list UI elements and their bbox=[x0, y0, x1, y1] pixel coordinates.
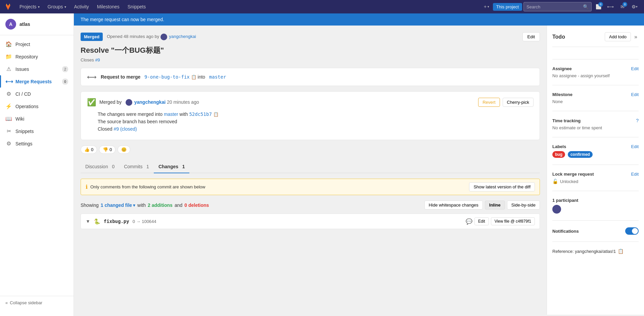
participants-label: 1 participant bbox=[552, 198, 578, 203]
sidebar-item-merge-requests[interactable]: ⟷ Merge Requests 0 bbox=[0, 75, 74, 88]
inline-view-button[interactable]: Inline bbox=[485, 200, 505, 210]
copy-commit-icon[interactable]: 📋 bbox=[213, 112, 219, 117]
nav-milestones[interactable]: Milestones bbox=[94, 0, 123, 13]
closes-issue-link[interactable]: #9 bbox=[95, 57, 100, 62]
sidebar-item-project[interactable]: 🏠 Project bbox=[0, 38, 74, 50]
tab-changes[interactable]: Changes 1 bbox=[154, 161, 190, 173]
thumbs-down-button[interactable]: 👎 0 bbox=[99, 145, 116, 154]
sidebar-user-avatar[interactable]: A atlas bbox=[0, 13, 74, 35]
add-reaction-button[interactable]: 😊 bbox=[118, 145, 130, 154]
mr-edit-button[interactable]: Edit bbox=[522, 32, 540, 41]
mail-icon-button[interactable]: ✉ 8 bbox=[617, 1, 628, 12]
thumbs-up-icon: 👍 bbox=[84, 147, 90, 152]
add-todo-button[interactable]: Add todo bbox=[605, 32, 631, 41]
expand-panel-button[interactable]: » bbox=[633, 34, 639, 40]
sidebar: A atlas 🏠 Project 📁 Repository ⚠ Issues … bbox=[0, 13, 74, 316]
assignee-edit-button[interactable]: Edit bbox=[631, 66, 639, 71]
merged-by-text: Merged by yangchengkai 20 minutes ago bbox=[99, 99, 199, 106]
plus-menu-button[interactable]: ＋ ▾ bbox=[481, 1, 492, 12]
sidebar-item-cicd[interactable]: ⚙ CI / CD bbox=[0, 88, 74, 100]
time-tracking-help-icon[interactable]: ? bbox=[636, 118, 639, 123]
commit-hash-link[interactable]: 52dc51b7 bbox=[189, 111, 212, 117]
author-avatar bbox=[160, 34, 167, 40]
source-branch-link[interactable]: 9-one-bug-to-fix bbox=[144, 74, 190, 80]
participant-avatar bbox=[552, 205, 561, 214]
check-circle-icon: ✅ bbox=[87, 98, 96, 107]
sidebar-username: atlas bbox=[19, 21, 30, 27]
settings-icon-button[interactable]: ⚙ ▾ bbox=[629, 1, 640, 12]
time-tracking-value: No estimate or time spent bbox=[552, 125, 639, 130]
sidebar-item-issues[interactable]: ⚠ Issues 2 bbox=[0, 63, 74, 75]
closed-issue-text: Closed #9 (closed) bbox=[98, 126, 534, 132]
revert-button[interactable]: Revert bbox=[478, 98, 500, 107]
wiki-icon: 📖 bbox=[5, 116, 12, 122]
notifications-row: Notifications bbox=[552, 227, 639, 235]
copy-branch-icon[interactable]: 📋 bbox=[191, 75, 196, 80]
todo-row: Todo Add todo » bbox=[552, 32, 639, 47]
nav-right-icons: ＋ ▾ This project 🔍 ⬜ 8 ⟷ ✉ 8 ⚙ ▾ bbox=[481, 1, 640, 12]
sidebar-item-label: Operations bbox=[15, 104, 38, 109]
file-dropdown[interactable]: 1 changed file ▾ bbox=[101, 202, 135, 208]
hide-whitespace-button[interactable]: Hide whitespace changes bbox=[424, 200, 483, 210]
edit-file-button[interactable]: Edit bbox=[474, 217, 489, 225]
show-latest-button[interactable]: Show latest version of the diff bbox=[469, 182, 535, 191]
todo-section: Todo Add todo » bbox=[552, 32, 639, 59]
tab-discussion[interactable]: Discussion 0 bbox=[81, 161, 119, 173]
side-by-side-button[interactable]: Side-by-side bbox=[507, 200, 540, 210]
merged-time: 20 minutes ago bbox=[167, 99, 199, 104]
sidebar-item-wiki[interactable]: 📖 Wiki bbox=[0, 112, 74, 125]
labels-section: Labels Edit bug confirmed bbox=[552, 144, 639, 165]
thumbs-up-button[interactable]: 👍 0 bbox=[81, 145, 97, 154]
file-chevron-icon[interactable]: ▼ bbox=[86, 219, 90, 224]
issues-badge: 2 bbox=[62, 66, 68, 72]
showing-row: Showing 1 changed file ▾ with 2 addition… bbox=[81, 200, 540, 210]
merged-by-avatar bbox=[126, 99, 132, 106]
collapse-sidebar-button[interactable]: « Collapse sidebar bbox=[0, 296, 74, 309]
mr-header: Merged Opened 48 minutes ago by yangchen… bbox=[81, 32, 540, 41]
nav-projects[interactable]: Projects ▾ bbox=[16, 0, 43, 13]
comment-icon[interactable]: 💬 bbox=[466, 218, 472, 225]
closed-issue-link[interactable]: #9 (closed) bbox=[113, 126, 137, 132]
merged-by-box: ✅ Merged by yangchengkai 20 minutes ago … bbox=[81, 91, 540, 140]
merged-by-user-link[interactable]: yangchengkai bbox=[134, 99, 166, 104]
search-box[interactable]: 🔍 bbox=[523, 2, 592, 11]
lock-label: Lock merge request bbox=[552, 172, 594, 177]
todo-label: Todo bbox=[552, 34, 565, 40]
sidebar-item-snippets[interactable]: ✂ Snippets bbox=[0, 125, 74, 137]
nav-snippets[interactable]: Snippets bbox=[124, 0, 149, 13]
merge-banner: The merge request can now be merged. bbox=[74, 13, 644, 26]
view-buttons: Hide whitespace changes Inline Side-by-s… bbox=[424, 200, 540, 210]
merged-into-branch-link[interactable]: master bbox=[164, 111, 178, 117]
file-row: ▼ 🐍 fixbug.py 0 → 100644 💬 Edit View fil… bbox=[81, 214, 540, 229]
sidebar-item-repository[interactable]: 📁 Repository bbox=[0, 50, 74, 63]
nav-activity[interactable]: Activity bbox=[71, 0, 92, 13]
merge-request-icon-button[interactable]: ⟷ bbox=[605, 1, 616, 12]
merge-requests-badge: 0 bbox=[62, 79, 68, 85]
view-file-button[interactable]: View file @ c4f879f1 bbox=[491, 217, 535, 225]
this-project-button[interactable]: This project bbox=[493, 3, 522, 11]
collapse-sidebar-icon: « bbox=[5, 300, 8, 305]
tab-commits[interactable]: Commits 1 bbox=[119, 161, 154, 173]
changes-count: 1 bbox=[182, 164, 185, 169]
sidebar-nav: 🏠 Project 📁 Repository ⚠ Issues 2 ⟷ Merg… bbox=[0, 35, 74, 296]
copy-reference-icon[interactable]: 📋 bbox=[618, 249, 624, 254]
notifications-toggle[interactable] bbox=[625, 227, 639, 235]
participants-row: 1 participant bbox=[552, 198, 639, 203]
labels-edit-button[interactable]: Edit bbox=[631, 144, 639, 149]
sidebar-item-settings[interactable]: ⚙ Settings bbox=[0, 137, 74, 150]
nav-groups[interactable]: Groups ▾ bbox=[44, 0, 70, 13]
screens-icon-button[interactable]: ⬜ 8 bbox=[593, 1, 604, 12]
showing-prefix: Showing bbox=[81, 202, 99, 208]
milestone-edit-button[interactable]: Edit bbox=[631, 92, 639, 97]
operations-icon: ⚡ bbox=[5, 103, 12, 109]
cherry-pick-button[interactable]: Cherry-pick bbox=[503, 98, 534, 107]
target-branch-link[interactable]: master bbox=[209, 74, 226, 80]
lock-edit-button[interactable]: Edit bbox=[631, 172, 639, 177]
sidebar-item-operations[interactable]: ⚡ Operations bbox=[0, 100, 74, 112]
time-tracking-section: Time tracking ? No estimate or time spen… bbox=[552, 118, 639, 137]
thumbs-down-icon: 👎 bbox=[103, 147, 108, 152]
mr-author-link[interactable]: yangchengkai bbox=[169, 34, 196, 39]
search-input[interactable] bbox=[526, 4, 583, 9]
gitlab-logo[interactable] bbox=[4, 3, 12, 11]
mr-meta: Opened 48 minutes ago by yangchengkai bbox=[107, 34, 518, 40]
